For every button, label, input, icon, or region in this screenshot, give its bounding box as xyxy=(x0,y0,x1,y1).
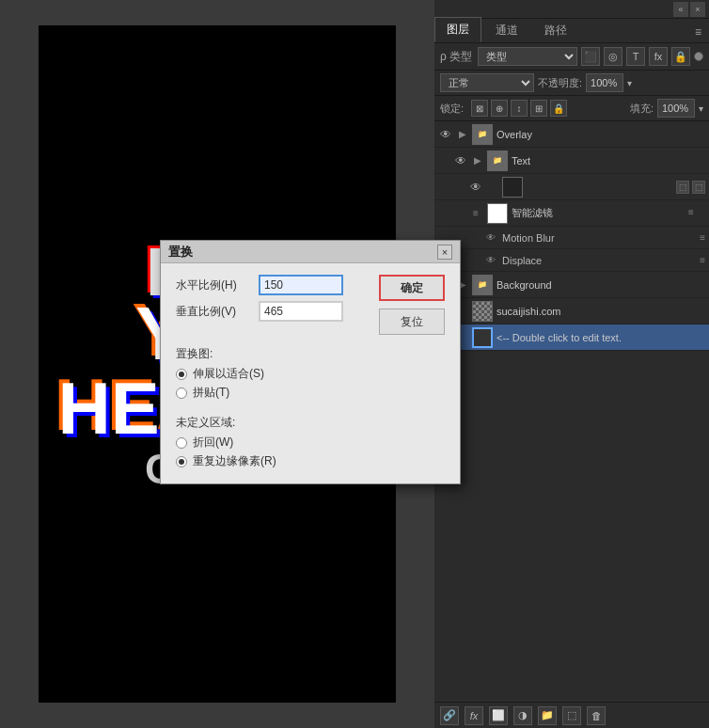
layer-sucaijishi[interactable]: 👁 sucaijishi.com xyxy=(434,298,709,324)
displace-name: Displace xyxy=(502,255,696,266)
collapse-btn[interactable]: « xyxy=(673,2,688,17)
layer-edit-text[interactable]: 👁 <-- Double click to edit text. xyxy=(434,324,709,351)
placement-section: 置换图: 伸展以适合(S) 拼贴(T) xyxy=(176,346,445,404)
eye-motion-blur[interactable]: 👁 xyxy=(483,230,498,245)
layer-badge-2: ⬚ xyxy=(692,181,705,194)
right-panel: « × 图层 通道 路径 ≡ ρ 类型 类型 ⬛ ◎ T fx 🔒 正常 不透明… xyxy=(434,0,709,728)
adjustment-btn[interactable]: ◑ xyxy=(513,706,532,725)
placement-radio-1[interactable]: 伸展以适合(S) xyxy=(176,366,445,382)
dialog-fields: 水平比例(H) 垂直比例(V) xyxy=(176,275,362,335)
tab-channels[interactable]: 通道 xyxy=(483,18,530,42)
undefined-radio-1-btn[interactable] xyxy=(176,437,187,449)
lock-icon-1[interactable]: ⊠ xyxy=(471,100,488,117)
filter-section-thumb xyxy=(487,203,508,224)
layer-text-thumb[interactable]: 👁 ⬚ ⬚ xyxy=(434,174,709,200)
layer-expand-text[interactable]: ▶ xyxy=(472,155,483,166)
search-toggle[interactable] xyxy=(694,52,703,61)
lock-row: 锁定: ⊠ ⊕ ↕ ⊞ 🔒 填充: ▾ xyxy=(434,96,709,121)
layer-eye-text[interactable]: 👁 xyxy=(453,153,468,168)
lock-icon-3[interactable]: ↕ xyxy=(511,100,528,117)
dialog-title: 置换 xyxy=(168,244,437,261)
dialog-title-bar: 置换 × xyxy=(161,241,460,263)
search-icon-btn4[interactable]: fx xyxy=(649,47,668,66)
undefined-title: 未定义区域: xyxy=(176,415,445,431)
filter-section-icon: ≡ xyxy=(468,206,483,221)
horizontal-label: 水平比例(H) xyxy=(176,277,251,293)
placement-label-1: 伸展以适合(S) xyxy=(193,366,264,382)
置换-dialog[interactable]: 置换 × 水平比例(H) 垂直比例(V) xyxy=(160,240,461,484)
layers-list: 👁 ▶ 📁 Overlay 👁 ▶ 📁 Text 👁 ⬚ ⬚ ≡ xyxy=(434,121,709,702)
layer-motion-blur[interactable]: 👁 Motion Blur ≡ xyxy=(434,227,709,249)
lock-icon-4[interactable]: ⊞ xyxy=(530,100,547,117)
opacity-label: 不透明度: xyxy=(538,76,582,90)
link-btn[interactable]: 🔗 xyxy=(440,706,459,725)
confirm-btn[interactable]: 确定 xyxy=(379,275,445,301)
layer-eye-overlay[interactable]: 👁 xyxy=(438,127,453,142)
placement-radio-checked[interactable] xyxy=(176,369,187,380)
layer-filter-section: ≡ 智能滤镜 ≡ xyxy=(434,200,709,227)
layer-text-group[interactable]: 👁 ▶ 📁 Text xyxy=(434,148,709,174)
undefined-radio-2[interactable]: 重复边缘像素(R) xyxy=(176,453,445,469)
layer-displace[interactable]: 👁 Displace ≡ xyxy=(434,249,709,272)
displace-settings-icon[interactable]: ≡ xyxy=(700,255,705,265)
layer-thumb-sucaijishi xyxy=(472,301,493,322)
placement-radio-unchecked[interactable] xyxy=(176,388,187,399)
motion-blur-name: Motion Blur xyxy=(502,232,696,244)
opacity-arrow: ▾ xyxy=(627,78,632,88)
fx-btn[interactable]: fx xyxy=(465,706,483,725)
tab-paths[interactable]: 路径 xyxy=(532,18,579,42)
layer-name-text: Text xyxy=(512,155,705,166)
vertical-input[interactable] xyxy=(259,301,343,322)
dialog-buttons: 确定 复位 xyxy=(371,275,445,335)
dialog-horizontal-row: 水平比例(H) xyxy=(176,275,362,295)
lock-icon-2[interactable]: ⊕ xyxy=(491,100,508,117)
placement-radio-2[interactable]: 拼贴(T) xyxy=(176,385,445,401)
tab-layers[interactable]: 图层 xyxy=(434,17,481,42)
placement-title: 置换图: xyxy=(176,346,445,362)
layer-name-overlay: Overlay xyxy=(496,129,705,140)
search-bar: ρ 类型 类型 ⬛ ◎ T fx 🔒 xyxy=(434,43,709,71)
layer-extra-thumb: ⬚ ⬚ xyxy=(676,181,705,194)
undefined-radio-2-btn[interactable] xyxy=(176,456,187,467)
panel-menu-icon[interactable]: ≡ xyxy=(687,22,709,42)
undefined-label-1: 折回(W) xyxy=(193,435,233,451)
dialog-main-row: 水平比例(H) 垂直比例(V) 确定 复位 xyxy=(176,275,445,335)
smart-filter-settings[interactable]: ≡ xyxy=(688,207,701,220)
delete-btn[interactable]: 🗑 xyxy=(587,706,606,725)
search-icon-btn2[interactable]: ◎ xyxy=(604,47,622,66)
motion-blur-settings-icon[interactable]: ≡ xyxy=(700,232,705,243)
layer-expand-overlay[interactable]: ▶ xyxy=(457,129,468,140)
layer-name-edit: <-- Double click to edit text. xyxy=(496,332,705,343)
new-layer-btn[interactable]: ⬚ xyxy=(562,706,581,725)
folder-btn[interactable]: 📁 xyxy=(538,706,557,725)
fill-input[interactable] xyxy=(657,99,695,118)
panel-top-bar: « × xyxy=(434,0,709,19)
search-icon-btn5[interactable]: 🔒 xyxy=(671,47,690,66)
search-select[interactable]: 类型 xyxy=(478,47,577,66)
layer-overlay[interactable]: 👁 ▶ 📁 Overlay xyxy=(434,121,709,148)
layer-expand-thumb xyxy=(487,182,498,193)
vertical-label: 垂直比例(V) xyxy=(176,304,251,320)
layer-thumb-dark xyxy=(502,177,523,198)
horizontal-input[interactable] xyxy=(259,275,343,295)
layer-background[interactable]: 👁 ▶ 📁 Background xyxy=(434,272,709,298)
eye-displace[interactable]: 👁 xyxy=(483,253,498,268)
layer-badge-1: ⬚ xyxy=(676,181,689,194)
bottom-bar: 🔗 fx ⬜ ◑ 📁 ⬚ 🗑 xyxy=(434,702,709,728)
reset-btn[interactable]: 复位 xyxy=(379,309,445,335)
dialog-close-btn[interactable]: × xyxy=(437,245,452,260)
blend-row: 正常 不透明度: ▾ xyxy=(434,71,709,96)
layer-name-background: Background xyxy=(496,279,705,291)
search-icon-btn1[interactable]: ⬛ xyxy=(581,47,600,66)
undefined-radio-1[interactable]: 折回(W) xyxy=(176,435,445,451)
search-icon-btn3[interactable]: T xyxy=(626,47,645,66)
lock-icons: ⊠ ⊕ ↕ ⊞ 🔒 xyxy=(471,100,567,117)
opacity-input[interactable] xyxy=(586,73,623,92)
search-label: ρ 类型 xyxy=(440,49,472,65)
mask-btn[interactable]: ⬜ xyxy=(489,706,508,725)
close-panel-btn[interactable]: × xyxy=(690,2,705,17)
lock-label: 锁定: xyxy=(440,102,464,116)
lock-icon-5[interactable]: 🔒 xyxy=(550,100,567,117)
layer-eye-thumb[interactable]: 👁 xyxy=(468,180,483,195)
blend-mode-select[interactable]: 正常 xyxy=(440,73,534,92)
